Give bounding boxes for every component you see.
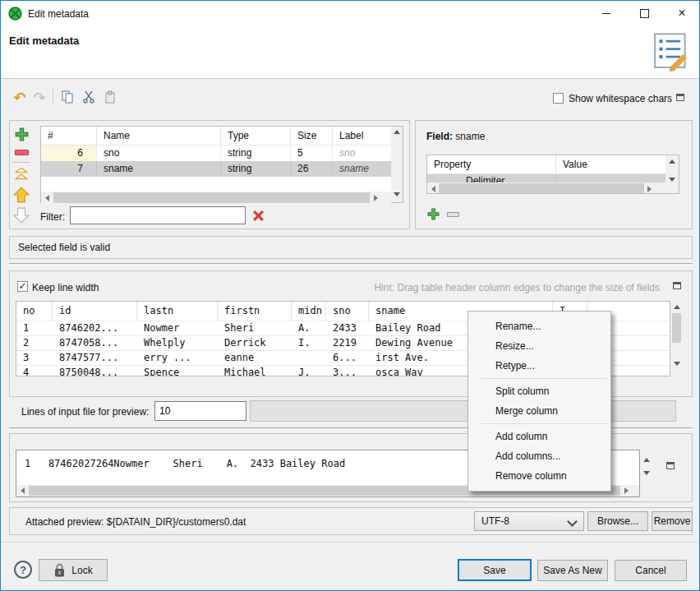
cell[interactable]: 2 <box>16 336 53 350</box>
cell[interactable]: A. <box>292 321 326 335</box>
col-size[interactable]: Size <box>291 127 333 145</box>
view-menu-icon[interactable] <box>666 462 675 469</box>
col-midn[interactable]: midn <box>292 302 326 321</box>
scroll-up-icon[interactable] <box>394 130 400 134</box>
preview-scroll-up[interactable] <box>643 458 650 462</box>
cell[interactable]: erry ... <box>137 351 218 365</box>
col-property[interactable]: Property <box>427 155 556 173</box>
property-row-delimiter[interactable]: Delimiter <box>427 174 665 182</box>
view-menu-icon[interactable] <box>673 282 681 289</box>
cell[interactable]: 6... <box>326 351 369 365</box>
cell[interactable]: Spence <box>137 366 218 376</box>
cell-value[interactable] <box>556 174 665 182</box>
undo-button[interactable]: ↶ <box>11 88 29 106</box>
scroll-down-icon[interactable] <box>674 362 680 366</box>
save-as-new-button[interactable]: Save As New <box>537 560 608 581</box>
cell-num[interactable]: 6 <box>41 145 97 161</box>
lines-of-input-field[interactable] <box>154 401 246 421</box>
move-top-button[interactable] <box>14 168 29 183</box>
fields-hscrollbar[interactable] <box>41 192 391 204</box>
cancel-button[interactable]: Cancel <box>615 560 687 581</box>
col-name[interactable]: Name <box>97 127 221 145</box>
cell[interactable]: 8747058... <box>53 336 137 350</box>
clear-filter-button[interactable] <box>252 210 265 224</box>
cell[interactable]: 8746202... <box>53 321 137 335</box>
move-down-button[interactable] <box>13 207 30 226</box>
col-lastn[interactable]: lastn <box>137 302 218 321</box>
data-table-vscrollbar[interactable] <box>670 301 683 376</box>
remove-field-button[interactable] <box>15 150 29 155</box>
move-up-button[interactable] <box>13 187 30 205</box>
scroll-up-icon[interactable] <box>669 159 675 164</box>
scroll-right-icon[interactable] <box>374 195 378 201</box>
scroll-thumb[interactable] <box>439 183 644 194</box>
col-type[interactable]: Type <box>221 127 291 145</box>
properties-hscrollbar[interactable] <box>427 182 665 194</box>
scroll-right-icon[interactable] <box>624 487 629 494</box>
col-no[interactable]: no <box>16 302 53 321</box>
add-property-button[interactable] <box>427 208 440 223</box>
show-whitespace-checkbox[interactable] <box>553 93 564 104</box>
cell[interactable]: Sheri <box>218 321 292 335</box>
filter-input[interactable] <box>70 206 246 224</box>
scroll-left-icon[interactable] <box>431 186 435 192</box>
cell[interactable]: Whelply <box>137 336 218 350</box>
cell-type[interactable]: string <box>221 161 291 177</box>
add-field-button[interactable] <box>15 127 29 144</box>
menu-item-split-column[interactable]: Split column <box>468 381 610 401</box>
lock-button[interactable]: Lock <box>39 559 108 581</box>
cell[interactable]: 3... <box>326 366 369 376</box>
properties-vscrollbar[interactable] <box>665 155 679 193</box>
view-menu-icon[interactable] <box>676 94 684 101</box>
remove-property-button[interactable] <box>447 212 459 217</box>
col-id[interactable]: id <box>53 302 137 321</box>
col-num[interactable]: # <box>41 127 97 145</box>
cell[interactable]: I. <box>292 336 326 350</box>
minimize-button[interactable] <box>587 1 625 25</box>
field-row-sno[interactable]: 6 sno string 5 sno <box>41 145 391 161</box>
scroll-up-icon[interactable] <box>674 305 680 309</box>
cell[interactable]: 2433 <box>326 321 369 335</box>
redo-button[interactable]: ↷ <box>30 88 48 106</box>
scroll-down-icon[interactable] <box>669 178 675 182</box>
scroll-right-icon[interactable] <box>647 186 652 192</box>
close-button[interactable]: × <box>663 1 700 25</box>
menu-item-retype[interactable]: Retype... <box>468 356 610 376</box>
cell-num[interactable]: 7 <box>41 161 97 177</box>
menu-item-resize[interactable]: Resize... <box>468 336 610 356</box>
save-button[interactable]: Save <box>458 559 532 581</box>
paste-button[interactable] <box>101 88 119 106</box>
cell[interactable]: J. <box>292 366 326 376</box>
cell[interactable]: Derrick <box>218 336 292 350</box>
cell-label[interactable]: sname <box>333 161 391 177</box>
cell-name[interactable]: sname <box>97 161 221 177</box>
scroll-left-icon[interactable] <box>21 487 25 494</box>
browse-button[interactable]: Browse... <box>587 511 648 531</box>
encoding-select[interactable]: UTF-8 <box>474 511 584 531</box>
scroll-thumb[interactable] <box>53 192 370 203</box>
col-sno[interactable]: sno <box>326 302 369 321</box>
menu-item-add-column[interactable]: Add column <box>468 427 610 446</box>
horizontal-sash[interactable] <box>9 263 693 265</box>
menu-item-merge-column[interactable]: Merge column <box>468 401 610 421</box>
cell[interactable] <box>292 351 326 365</box>
cell[interactable]: 8747577... <box>53 351 137 365</box>
cell-size[interactable]: 5 <box>291 145 333 161</box>
cell[interactable]: Nowmer <box>137 321 218 335</box>
cell[interactable]: 1 <box>16 321 53 335</box>
col-value[interactable]: Value <box>556 155 665 173</box>
keep-line-width-checkbox[interactable]: ✓ <box>17 281 28 292</box>
cell[interactable]: 2219 <box>326 336 369 350</box>
col-label[interactable]: Label <box>333 127 391 145</box>
help-button[interactable]: ? <box>14 561 32 579</box>
cell-label[interactable]: sno <box>333 145 391 161</box>
maximize-button[interactable] <box>625 1 663 25</box>
cell[interactable]: Michael <box>218 366 292 376</box>
cell[interactable]: 4 <box>16 366 53 376</box>
cell-size[interactable]: 26 <box>291 161 333 177</box>
scroll-left-icon[interactable] <box>45 195 49 201</box>
cell-name[interactable]: sno <box>97 145 221 161</box>
scroll-thumb[interactable] <box>672 313 681 343</box>
scroll-down-icon[interactable] <box>394 192 400 196</box>
remove-button[interactable]: Remove <box>652 511 693 531</box>
